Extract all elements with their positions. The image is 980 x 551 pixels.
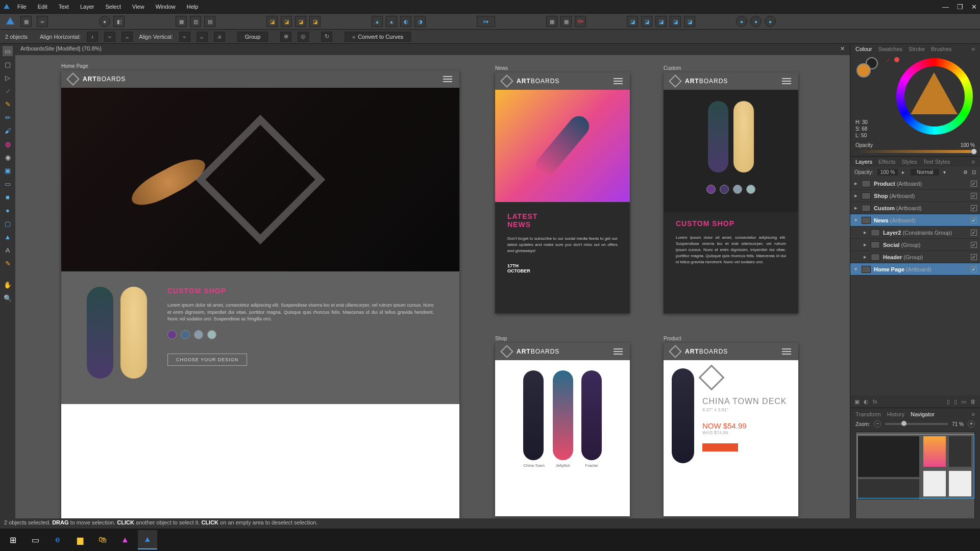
transparency-tool[interactable]: ◉ — [3, 152, 13, 162]
artboard-label-home[interactable]: Home Page — [61, 63, 88, 69]
menu-layer[interactable]: Layer — [80, 4, 94, 10]
visibility-checkbox[interactable]: ✓ — [971, 193, 977, 199]
panel-menu-icon[interactable]: ≡ — [972, 46, 975, 52]
minimize-button[interactable]: — — [942, 3, 949, 11]
insert-inside-button[interactable]: ● — [765, 16, 776, 27]
delete-layer-icon[interactable]: 🗑 — [970, 398, 976, 405]
view-default-button[interactable]: ● — [99, 16, 110, 27]
align-left-button[interactable]: ⫞ — [87, 32, 98, 42]
artboard-shop[interactable]: ARTBOARDS China Town Jellyfish Fractal — [495, 343, 630, 516]
colour-picker-tool[interactable]: ✎ — [3, 258, 13, 268]
layer-row[interactable]: ▸Layer2 (Constraints Group)✓ — [850, 227, 980, 239]
transform-mode-button[interactable]: ↻ — [321, 32, 332, 42]
choose-design-button[interactable]: CHOOSE YOUR DESIGN — [167, 354, 247, 366]
layers-list[interactable]: ▸Product (Artboard)✓▸Shop (Artboard)✓▸Cu… — [850, 178, 980, 395]
visibility-checkbox[interactable]: ✓ — [971, 217, 977, 223]
brush-tool[interactable]: 🖌 — [3, 126, 13, 136]
layer-row[interactable]: ▾News (Artboard)✓ — [850, 214, 980, 227]
zoom-slider[interactable] — [885, 423, 948, 425]
zoom-tool[interactable]: 🔍 — [3, 293, 13, 303]
menu-view[interactable]: View — [132, 4, 144, 10]
menu-icon[interactable] — [614, 348, 623, 355]
boolean-intersect-button[interactable]: ◪ — [655, 16, 667, 27]
fx-layer-icon[interactable]: fx — [873, 398, 877, 405]
tab-effects[interactable]: Effects — [878, 159, 895, 165]
opacity-slider[interactable] — [855, 150, 975, 153]
tab-navigator[interactable]: Navigator — [911, 411, 935, 417]
colour-chip-icon[interactable] — [894, 57, 899, 62]
menu-help[interactable]: Help — [187, 4, 199, 10]
rectangle-tool[interactable]: ■ — [3, 192, 13, 202]
affinity-photo-icon[interactable]: ▲ — [115, 530, 135, 549]
flip-horizontal-button[interactable]: ▲ — [372, 16, 383, 27]
layer-row[interactable]: ▸Social (Group)✓ — [850, 239, 980, 251]
opacity-value[interactable]: 100 % — [961, 142, 975, 148]
boolean-subtract-button[interactable]: ◪ — [641, 16, 652, 27]
visibility-checkbox[interactable]: ✓ — [971, 266, 977, 272]
menu-window[interactable]: Window — [156, 4, 176, 10]
persona-designer-icon[interactable] — [5, 16, 15, 27]
tab-styles[interactable]: Styles — [901, 159, 917, 165]
move-tool[interactable]: ▭ — [3, 46, 13, 56]
twisty-icon[interactable]: ▸ — [853, 205, 859, 211]
menu-file[interactable]: File — [17, 4, 27, 10]
tab-history[interactable]: History — [887, 411, 904, 417]
align-dropdown[interactable]: ≡▾ — [477, 16, 495, 27]
ellipse-tool[interactable]: ● — [3, 205, 13, 215]
persona-export-icon[interactable]: ∞ — [37, 16, 48, 27]
zoom-out-button[interactable]: − — [874, 420, 881, 428]
maximize-button[interactable]: ❐ — [957, 3, 963, 11]
edge-icon[interactable]: e — [48, 530, 67, 549]
colour-triangle[interactable] — [911, 72, 958, 114]
artboard-custom[interactable]: ARTBOARDS CUSTOM SHOP Lorem ipsum dolor … — [664, 72, 798, 313]
gear-icon[interactable]: ⚙ — [963, 169, 968, 175]
artboard-label-product[interactable]: Product — [664, 336, 681, 341]
fill-tool[interactable]: ◍ — [3, 139, 13, 149]
canvas-area[interactable]: ArtboardsSite [Modified] (70.8%)✕ Home P… — [15, 44, 850, 536]
panel-menu-icon[interactable]: ≡ — [972, 159, 975, 165]
snap-magnet-button[interactable]: ⧉▾ — [575, 16, 586, 27]
eyedropper-icon[interactable]: ⟋ — [885, 57, 891, 63]
close-tab-icon[interactable]: ✕ — [840, 45, 845, 52]
zoom-value[interactable]: 71 % — [952, 421, 964, 427]
mask-layer-icon[interactable]: ▣ — [854, 398, 860, 405]
boolean-divide-button[interactable]: ◪ — [684, 16, 695, 27]
snap-toggle-button[interactable]: ▦ — [546, 16, 557, 27]
close-window-button[interactable]: ✕ — [971, 3, 977, 11]
text-tool[interactable]: A — [3, 245, 13, 255]
menu-icon[interactable] — [782, 348, 791, 355]
arrange-back-button[interactable]: ◪ — [266, 16, 278, 27]
flip-vertical-button[interactable]: ▲ — [386, 16, 397, 27]
tab-swatches[interactable]: Swatches — [878, 46, 902, 52]
menu-icon[interactable] — [782, 78, 791, 84]
affinity-designer-icon[interactable]: ▲ — [138, 530, 157, 549]
twisty-icon[interactable]: ▸ — [853, 192, 859, 199]
persona-pixel-icon[interactable]: ▦ — [20, 16, 32, 27]
tab-colour[interactable]: Colour — [855, 46, 872, 52]
artboard-label-shop[interactable]: Shop — [495, 336, 507, 341]
arrange-backward-button[interactable]: ◪ — [281, 16, 292, 27]
align-right-button[interactable]: ⫠ — [121, 32, 133, 42]
explorer-icon[interactable]: ▆ — [70, 530, 90, 549]
artboard-tool[interactable]: ▢ — [3, 59, 13, 69]
layer-row[interactable]: ▸Custom (Artboard)✓ — [850, 202, 980, 214]
rotate-cw-button[interactable]: ◑ — [414, 16, 426, 27]
artboard-label-custom[interactable]: Custom — [664, 65, 681, 71]
snap-settings-button[interactable]: ▦ — [560, 16, 572, 27]
twisty-icon[interactable]: ▸ — [863, 254, 868, 260]
tab-layers[interactable]: Layers — [855, 159, 872, 165]
insert-behind-button[interactable]: ● — [750, 16, 762, 27]
adjust-layer-icon[interactable]: ◐ — [864, 398, 869, 405]
start-button[interactable]: ⊞ — [3, 530, 22, 549]
layer-row[interactable]: ▸Shop (Artboard)✓ — [850, 190, 980, 202]
group-button[interactable]: Group — [237, 32, 268, 42]
boolean-add-button[interactable]: ◪ — [627, 16, 638, 27]
artboard-news[interactable]: ARTBOARDS LATEST NEWS Don't forget to su… — [495, 72, 630, 313]
pencil-tool[interactable]: ✏ — [3, 112, 13, 122]
view-hand-tool[interactable]: ✋ — [3, 280, 13, 290]
task-view-button[interactable]: ▭ — [26, 530, 45, 549]
align-bottom-button[interactable]: ⫡ — [214, 32, 225, 42]
snap-guides-icon[interactable]: ▥ — [190, 16, 201, 27]
blend-mode-select[interactable]: Normal — [911, 169, 939, 176]
artboard-home[interactable]: ARTBOARDS CUSTOM SHOP Lorem ipsum dolor … — [61, 70, 459, 527]
